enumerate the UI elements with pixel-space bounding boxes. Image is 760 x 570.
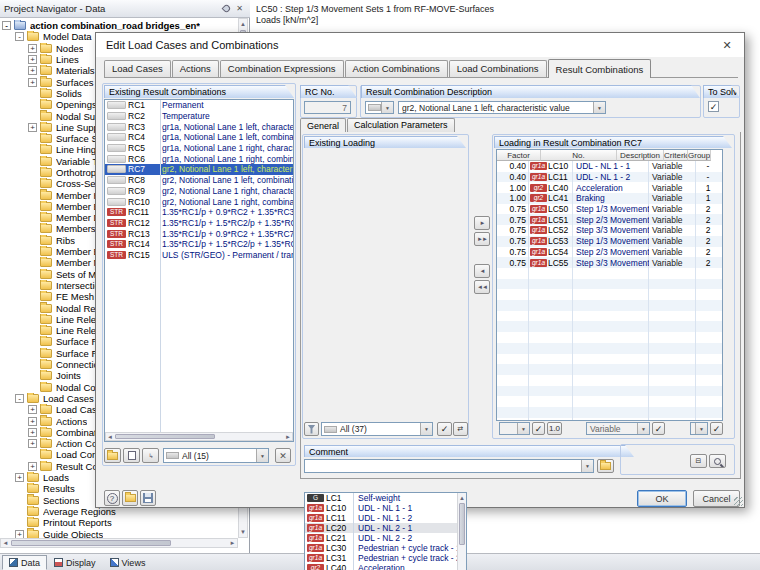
comment-combo[interactable]: ▼ <box>304 459 594 473</box>
save-settings-button[interactable] <box>140 490 156 506</box>
factor-cell[interactable]: 0.40 <box>497 161 529 171</box>
rc-loading-row[interactable]: 1.00 gr2LC41 Braking Variable 1 <box>497 193 722 204</box>
tree-item[interactable]: Printout Reports <box>0 517 239 528</box>
delete-rc-button[interactable]: ✕ <box>275 448 291 463</box>
sub-tab[interactable]: Calculation Parameters <box>347 118 455 132</box>
copy-rc-button[interactable] <box>123 448 140 463</box>
tree-expander-icon[interactable]: + <box>28 44 37 53</box>
tree-expander-icon[interactable]: - <box>15 394 24 403</box>
result-combination-row[interactable]: RC2 Temperature <box>105 111 293 122</box>
dialog-tab[interactable]: Load Combinations <box>449 60 547 77</box>
chevron-down-icon[interactable]: ▼ <box>256 449 268 462</box>
chevron-down-icon[interactable]: ▼ <box>593 102 605 113</box>
factor-cell[interactable]: 0.40 <box>497 172 529 182</box>
dialog-close-icon[interactable]: ✕ <box>720 38 734 52</box>
scroll-down-icon[interactable]: ▼ <box>239 527 247 537</box>
tree-expander-icon[interactable]: - <box>2 21 11 30</box>
loading-row[interactable]: G LC1 Self-weight <box>305 493 466 503</box>
result-combination-row[interactable]: STR RC15 ULS (STR/GEO) - Permanent / tra… <box>105 250 293 261</box>
rc-color-combo[interactable]: ▼ <box>365 101 394 114</box>
factor-cell[interactable]: 0.75 <box>497 236 529 246</box>
dialog-tab[interactable]: Combination Expressions <box>220 60 344 77</box>
rc-loading-row[interactable]: 0.75 gr1aLC50 Step 1/3 Movement Variable… <box>497 204 722 215</box>
result-combination-row[interactable]: RC4 gr1a, Notional Lane 1 left, combinat… <box>105 132 293 143</box>
criterion-cell[interactable]: Variable <box>649 247 696 257</box>
existing-loading-list[interactable]: ▲ ▼ G LC1 Self-weight gr1a LC10 UDL - NL… <box>304 492 467 570</box>
apply-factor-button[interactable] <box>532 422 545 435</box>
group-cell[interactable]: 2 <box>696 215 720 225</box>
find-button[interactable] <box>709 454 726 468</box>
rc-loading-row[interactable]: 0.75 gr1aLC51 Step 2/3 Movement Variable… <box>497 214 722 225</box>
close-icon[interactable]: ✕ <box>233 2 246 15</box>
result-combination-row[interactable]: STR RC11 1.35*RC1/p + 0.9*RC2 + 1.35*RC3… <box>105 207 293 218</box>
chevron-down-icon[interactable]: ▼ <box>381 102 393 113</box>
loading-row[interactable]: gr1a LC31 Pedestrian + cycle track - 2 <box>305 553 466 563</box>
group-combo[interactable]: ▼ <box>690 422 708 435</box>
factor-combo[interactable]: ▼ <box>499 422 530 435</box>
loading-row[interactable]: gr1a LC20 UDL - NL 2 - 1 <box>305 523 466 533</box>
loading-row[interactable]: gr1a LC30 Pedestrian + cycle track - 1 <box>305 543 466 553</box>
rc-loading-row[interactable]: 0.75 gr1aLC55 Step 3/3 Movement Variable… <box>497 257 722 268</box>
rc-loading-row[interactable]: 0.40 gr1aLC11 UDL - NL 1 - 2 Variable - <box>497 172 722 183</box>
tree-expander-icon[interactable]: + <box>28 55 37 64</box>
tree-expander-icon[interactable]: + <box>28 439 37 448</box>
tree-expander-icon[interactable]: + <box>15 473 24 482</box>
scroll-left-icon[interactable]: ◄ <box>1 539 10 547</box>
dialog-tab[interactable]: Action Combinations <box>345 60 448 77</box>
rc-loading-row[interactable]: 0.40 gr1aLC10 UDL - NL 1 - 1 Variable - <box>497 161 722 172</box>
chevron-down-icon[interactable]: ▼ <box>581 460 593 472</box>
dialog-title-bar[interactable]: Edit Load Cases and Combinations ✕ <box>96 33 744 57</box>
sub-tab[interactable]: General <box>300 118 346 133</box>
rc-loading-row[interactable]: 0.75 gr1aLC52 Step 3/3 Movement Variable… <box>497 225 722 236</box>
remove-from-combination-button[interactable]: ◄ <box>474 264 490 278</box>
scroll-up-icon[interactable]: ▲ <box>458 493 466 502</box>
scroll-right-icon[interactable]: ► <box>284 433 292 440</box>
scrollbar-thumb[interactable] <box>459 503 465 545</box>
scrollbar-thumb[interactable] <box>115 434 215 439</box>
export-table-button[interactable]: ⊟ <box>690 454 707 468</box>
group-cell[interactable]: 1 <box>696 183 720 193</box>
criterion-cell[interactable]: Variable <box>649 225 696 235</box>
factor-cell[interactable]: 1.00 <box>497 183 529 193</box>
loading-row[interactable]: gr1a LC11 UDL - NL 1 - 2 <box>305 513 466 523</box>
chevron-down-icon[interactable]: ▼ <box>695 423 707 434</box>
group-cell[interactable]: 1 <box>696 193 720 203</box>
new-rc-button[interactable] <box>104 448 121 463</box>
tree-expander-icon[interactable]: + <box>28 123 37 132</box>
factor-one-button[interactable]: 1.0 <box>547 422 562 435</box>
renumber-rc-button[interactable]: ↳ <box>142 448 159 463</box>
tree-expander-icon[interactable]: - <box>15 32 24 41</box>
result-combinations-list[interactable]: RC1 Permanent RC2 Temperature RC3 gr1a, … <box>104 99 294 442</box>
group-cell[interactable]: 2 <box>696 247 720 257</box>
result-combination-row[interactable]: STR RC13 1.35*RC1/p + 0.9*RC2 + 1.35*RC7… <box>105 228 293 239</box>
rc-filter-combo[interactable]: All (15) ▼ <box>163 448 269 463</box>
criterion-cell[interactable]: Variable <box>649 193 696 203</box>
group-cell[interactable]: 2 <box>696 236 720 246</box>
cancel-button[interactable]: Cancel <box>693 490 740 507</box>
tree-expander-icon[interactable]: + <box>15 530 24 539</box>
tree-item[interactable]: + Guide Objects <box>0 528 239 538</box>
rc-loading-row[interactable]: 1.00 gr2LC40 Acceleration Variable 1 <box>497 182 722 193</box>
resize-grip[interactable] <box>734 497 743 506</box>
loading-filter-combo[interactable]: All (37) ▼ <box>321 422 433 436</box>
ok-button[interactable]: OK <box>637 490 687 507</box>
add-to-combination-button[interactable]: ► <box>474 216 490 230</box>
result-combination-row[interactable]: STR RC14 1.35*RC1/p + 1.5*RC2/p + 1.35*R… <box>105 239 293 250</box>
tree-expander-icon[interactable]: + <box>28 462 37 471</box>
rc-loading-row[interactable]: 0.75 gr1aLC54 Step 2/3 Movement Variable… <box>497 247 722 258</box>
apply-criterion-button[interactable] <box>652 422 665 435</box>
group-cell[interactable]: - <box>696 172 720 182</box>
invert-selection-button[interactable]: ⇄ <box>453 422 468 436</box>
to-solve-checkbox[interactable] <box>708 101 719 112</box>
tree-item[interactable]: - action combination_road bridges_en* <box>0 20 239 31</box>
loading-row[interactable]: gr1a LC10 UDL - NL 1 - 1 <box>305 503 466 513</box>
tree-expander-icon[interactable]: + <box>28 405 37 414</box>
result-combination-row[interactable]: RC1 Permanent <box>105 100 293 111</box>
group-cell[interactable]: 2 <box>696 258 720 268</box>
criterion-cell[interactable]: Variable <box>649 204 696 214</box>
factor-cell[interactable]: 0.75 <box>497 258 529 268</box>
factor-cell[interactable]: 0.75 <box>497 225 529 235</box>
scroll-up-icon[interactable]: ▲ <box>239 19 247 29</box>
result-combination-row[interactable]: STR RC12 1.35*RC1/p + 1.5*RC2/p + 1.35*R… <box>105 218 293 229</box>
loading-row[interactable]: gr2 LC40 Acceleration <box>305 563 466 570</box>
